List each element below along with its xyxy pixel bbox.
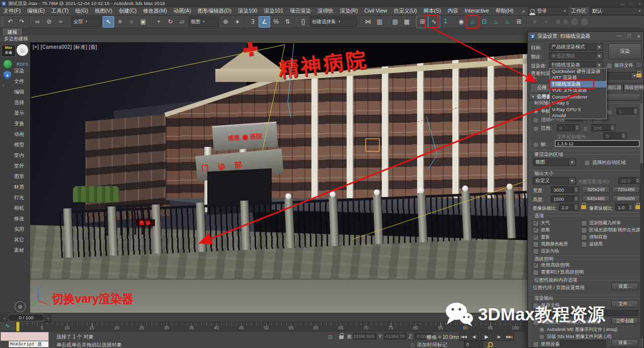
sidebar-item-16[interactable]: 实用 [14,226,30,233]
y-coordinate-field[interactable]: -41064.70 [384,333,407,339]
renderer-option[interactable]: Quicksilver 硬件渲染器 [550,68,606,75]
sidebar-item-7[interactable]: 动画 [14,131,30,138]
close-button[interactable]: × [635,2,644,6]
menu-item[interactable]: 动画(A) [170,8,194,15]
compute-adv-lighting-checkbox[interactable]: 需要时计算高级照明 [533,269,584,276]
output-file-button[interactable]: 文件... [611,300,638,308]
lock-icon[interactable] [636,73,641,77]
browse-dots-button[interactable]: ... [635,62,642,68]
use-adv-lighting-checkbox[interactable]: 使用高级照明 [533,262,570,269]
renderer-option[interactable]: V-Ray GPU 5 [550,106,606,113]
material-editor-icon[interactable]: ◉ [455,16,467,28]
aperture-spinner[interactable]: 36.0 [618,177,640,184]
menu-overflow-icon[interactable]: » [522,9,525,14]
render-production-icon[interactable]: ♨ [490,16,502,28]
render-iterative-icon[interactable]: ♨ [502,16,513,28]
select-scale-icon[interactable]: ▱ [176,16,188,28]
select-by-name-icon[interactable]: ≡ [114,16,126,28]
option-checkbox[interactable]: 置换 [533,234,550,240]
file-start-spinner[interactable]: 0 [603,132,626,139]
tab-raytracer[interactable]: 跟踪器 [605,83,623,92]
mini-curve-editor-icon[interactable]: ∿ [5,322,10,329]
undo-icon[interactable]: ↶ [5,16,16,28]
auto-region-checkbox[interactable]: 选择的自动区域 [584,159,626,166]
select-and-link-icon[interactable]: ∞ [32,16,43,28]
menu-item[interactable]: Interactive [461,8,492,15]
window-crossing-icon[interactable]: ▣ [137,16,149,28]
dialog-scrollbar[interactable] [640,102,643,338]
option-checkbox[interactable]: 效果 [533,227,550,233]
output-save-file-checkbox[interactable]: 保存文件 [533,302,560,309]
selection-filter-dropdown[interactable]: 全部▾ [71,17,102,27]
ribbon-tab-modeling[interactable]: 建模 [3,29,22,35]
maxscript-mini-listener[interactable] [1,332,49,341]
single-frame-radio[interactable]: 单帧 [533,108,550,115]
ref-coord-dropdown[interactable]: 视图▾ [189,17,219,27]
tab-advanced-lighting[interactable]: 高级照明 [623,83,644,92]
unlink-selection-icon[interactable]: ⊘ [43,16,55,28]
maximize-button[interactable]: □ [627,2,635,6]
layer-manager-icon[interactable]: ▦ [401,16,413,28]
option-checkbox[interactable]: 渲染隐藏几何体 [581,220,621,226]
batch-render-icon[interactable]: ⊞ [513,16,525,28]
dialog-close-button[interactable]: × [634,33,643,39]
image-list-checkbox[interactable]: 将图像文件列表放入输出路径 [533,319,600,325]
selection-region-circle-icon[interactable]: ○ [126,16,137,28]
curve-editor-icon[interactable]: ∿ [428,16,440,28]
go-to-start-button[interactable]: |◀◀ [459,332,468,341]
output-size-dropdown[interactable]: 自定义 [533,177,576,185]
use-center-icon[interactable]: ⊕ [220,16,231,28]
bitmap-setup-button[interactable]: 设置... [611,283,638,290]
prev-frame-button[interactable]: ‹ [1,314,8,322]
range-to-spinner[interactable]: 100 [591,124,615,131]
current-frame-field[interactable]: 0 [464,341,483,347]
next-key-button[interactable]: |▶ [494,332,504,341]
menu-item[interactable]: 组(G) [72,8,92,15]
timeline-playhead[interactable] [16,322,20,331]
menu-item[interactable]: 内容 [444,8,461,15]
login-dropdown[interactable]: 登录 ▾ [528,7,568,15]
preset-800-button[interactable]: 800x600 [612,195,640,202]
option-checkbox[interactable]: 强制双面 [581,234,607,240]
sidebar-item-9[interactable]: 室内 [14,152,30,159]
sidebar-item-3[interactable]: 编辑 [14,89,30,96]
renderer-option[interactable]: ART 渲染器 [550,75,606,81]
height-spinner[interactable]: 1500 [551,195,579,202]
output-path-field[interactable] [533,310,638,316]
menu-item[interactable]: 修改器(M) [140,8,170,15]
sidebar-item-12[interactable]: 材质 [14,184,30,191]
workspace-dropdown[interactable]: 默认 ▾ [590,7,643,15]
angle-snap-icon[interactable]: ∠ [259,16,270,28]
align-icon[interactable]: ▥ [374,16,385,28]
prev-key-button[interactable]: ◀| [469,332,479,341]
dialog-minimize-button[interactable]: — [615,33,624,39]
sidebar-item-11[interactable]: 图形 [14,173,30,181]
toolbar-grip[interactable] [1,17,4,26]
select-object-icon[interactable]: ↖ [103,16,114,28]
menu-item[interactable]: 创建(C) [116,8,140,15]
every-n-spinner[interactable]: 1 [616,108,638,115]
mirror-icon[interactable]: ⋈ [362,16,374,28]
redo-icon[interactable]: ↷ [16,16,28,28]
select-manipulate-icon[interactable]: ∗ [231,16,243,28]
renderer-option[interactable]: Arnold [550,113,606,119]
menu-item[interactable]: 渲得快 [314,8,337,15]
viewport-label[interactable]: [+] [Camera002] [标准] [面] [33,44,97,51]
menu-item[interactable]: 视图(V) [92,8,116,15]
isolate-selection-icon[interactable]: ⊡ [328,334,333,340]
target-dropdown[interactable]: 产品级渲染模式 [549,43,603,51]
menu-item[interactable]: 渲染100 [234,8,261,15]
edit-named-selection-icon[interactable]: {} [297,16,309,28]
go-to-end-button[interactable]: ▶▶| [505,332,514,341]
scene-explorer-icon[interactable]: ⊞ [417,16,428,28]
preset-320-button[interactable]: 320x240 [582,186,610,193]
teapot-plugin-icon[interactable]: ♨ [17,44,28,56]
create-now-button[interactable]: 立即创建 [611,317,638,324]
renderer-option[interactable]: VUE 文件渲染器 [550,88,606,94]
renderer-option[interactable]: V-Ray 5 [550,100,606,107]
sidebar-item-5[interactable]: 显示 [14,110,30,117]
range-from-spinner[interactable]: 0 [557,124,580,131]
option-checkbox[interactable]: 大气 [533,220,550,226]
menu-item[interactable]: 工具(T) [48,8,71,15]
snap-tools-icon[interactable]: ∗ [529,16,540,28]
